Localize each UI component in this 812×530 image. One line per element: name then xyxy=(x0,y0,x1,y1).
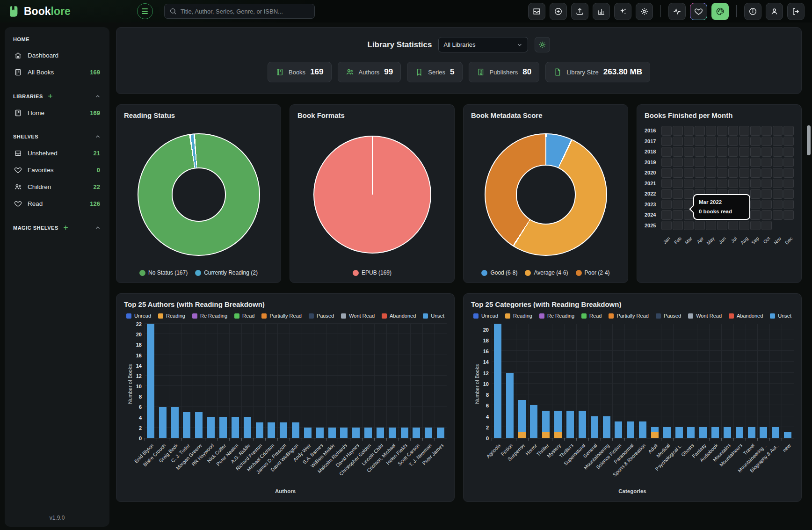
bar-adult[interactable] xyxy=(651,427,659,438)
bar-scott-carson[interactable] xyxy=(413,428,420,438)
heatmap-cell[interactable] xyxy=(761,179,772,189)
heatmap-cell[interactable] xyxy=(717,221,727,231)
activity-button[interactable] xyxy=(668,3,686,20)
bar-new[interactable] xyxy=(784,432,791,438)
heatmap-cell[interactable] xyxy=(728,147,739,157)
heatmap-cell[interactable] xyxy=(661,126,672,136)
bar-psychological-l[interactable] xyxy=(675,427,683,438)
book-formats-pie[interactable] xyxy=(313,136,431,254)
sidebar-item-unshelved[interactable]: Unshelved21 xyxy=(11,145,103,161)
favorites-button[interactable] xyxy=(690,3,707,20)
bar-t-j-newman[interactable] xyxy=(425,428,432,438)
heatmap-cell[interactable] xyxy=(673,179,683,189)
info-button[interactable] xyxy=(744,3,761,20)
heatmap-cell[interactable] xyxy=(773,126,783,136)
legend-item-wont-read[interactable]: Wont Read xyxy=(341,313,375,319)
heatmap-cell[interactable] xyxy=(684,158,694,167)
bar-thrillers[interactable] xyxy=(566,411,574,438)
heatmap-cell[interactable] xyxy=(695,179,705,189)
heatmap-cell[interactable] xyxy=(717,168,727,178)
bar-paranormal[interactable] xyxy=(627,421,634,438)
heatmap-cell[interactable] xyxy=(684,147,694,157)
heatmap-cell[interactable] xyxy=(717,179,727,189)
heatmap-cell[interactable] xyxy=(728,168,739,178)
heatmap-cell[interactable] xyxy=(673,221,683,231)
heatmap-cell[interactable] xyxy=(739,221,749,231)
legend-item-paused[interactable]: Paused xyxy=(656,313,681,319)
heatmap-cell[interactable] xyxy=(673,200,683,210)
bar-general[interactable] xyxy=(591,416,598,438)
heatmap-cell[interactable] xyxy=(695,168,705,178)
bar-c-j-tudor[interactable] xyxy=(183,412,190,438)
heatmap-cell[interactable] xyxy=(684,179,694,189)
heatmap-cell[interactable] xyxy=(739,126,749,136)
bar-ghosts[interactable] xyxy=(687,427,695,438)
bar-mountaineers[interactable] xyxy=(736,427,743,438)
magic-button[interactable] xyxy=(614,3,631,20)
legend-item-unread[interactable]: Unread xyxy=(126,313,151,319)
heatmap-cell[interactable] xyxy=(761,126,772,136)
heatmap-cell[interactable] xyxy=(750,137,761,146)
heatmap-cell[interactable] xyxy=(673,168,683,178)
legend-item-read[interactable]: Read xyxy=(234,313,254,319)
legend-item-re-reading[interactable]: Re Reading xyxy=(539,313,574,319)
legend-item-currently-reading-2[interactable]: Currently Reading (2) xyxy=(195,269,258,276)
chevron-up-icon[interactable] xyxy=(94,133,101,140)
heatmap-cell[interactable] xyxy=(684,137,694,146)
legend-item-wont-read[interactable]: Wont Read xyxy=(688,313,722,319)
bar-mountaineering[interactable] xyxy=(760,427,767,438)
legend-item-abandoned[interactable]: Abandoned xyxy=(382,313,416,319)
heatmap-cell[interactable] xyxy=(761,158,772,167)
book-metadata-score-pie[interactable] xyxy=(485,133,607,256)
heatmap-cell[interactable] xyxy=(761,210,772,220)
hamburger-menu-button[interactable] xyxy=(137,3,153,19)
bar-andy-weir[interactable] xyxy=(304,428,312,438)
heatmap-cell[interactable] xyxy=(684,221,694,231)
bar-peter-nealen[interactable] xyxy=(232,417,239,438)
bar-peter-james[interactable] xyxy=(437,428,444,438)
heatmap-cell[interactable] xyxy=(695,147,705,157)
heatmap-cell[interactable] xyxy=(773,168,783,178)
heatmap-cell[interactable] xyxy=(750,189,761,199)
heatmap-cell[interactable] xyxy=(695,137,705,146)
bar-nick-cutter[interactable] xyxy=(219,417,227,438)
heatmap-cell[interactable] xyxy=(717,147,727,157)
heatmap-cell[interactable] xyxy=(739,137,749,146)
heatmap-cell[interactable] xyxy=(773,158,783,167)
bar-travel[interactable] xyxy=(748,427,755,438)
legend-item-read[interactable]: Read xyxy=(581,313,602,319)
bar-helen-fields[interactable] xyxy=(401,428,408,438)
heatmap-cell[interactable] xyxy=(695,221,705,231)
heatmap-cell[interactable] xyxy=(761,200,772,210)
heatmap-cell[interactable] xyxy=(661,179,672,189)
heatmap-cell[interactable] xyxy=(783,126,794,136)
heatmap-cell[interactable] xyxy=(684,126,694,136)
add-libraries-button[interactable] xyxy=(47,93,54,100)
legend-item-abandoned[interactable]: Abandoned xyxy=(729,313,763,319)
heatmap-cell[interactable] xyxy=(717,158,727,167)
bar-david-wellington[interactable] xyxy=(292,422,299,438)
bar-mystery[interactable] xyxy=(554,411,562,438)
heatmap-cell[interactable] xyxy=(706,158,716,167)
bar-science-fiction[interactable] xyxy=(615,421,622,438)
add-magic-shelves-button[interactable] xyxy=(62,224,69,231)
heatmap-cell[interactable] xyxy=(750,147,761,157)
legend-item-unread[interactable]: Unread xyxy=(473,313,498,319)
heatmap-cell[interactable] xyxy=(750,200,761,210)
heatmap-cell[interactable] xyxy=(661,189,672,199)
legend-item-partially-read[interactable]: Partially Read xyxy=(261,313,301,319)
heatmap-cell[interactable] xyxy=(773,189,783,199)
heatmap-cell[interactable] xyxy=(706,137,716,146)
legend-item-unset[interactable]: Unset xyxy=(770,313,791,319)
bar-james-d-prescott[interactable] xyxy=(280,422,287,438)
heatmap-cell[interactable] xyxy=(761,189,772,199)
settings-button[interactable] xyxy=(636,3,653,20)
legend-item-reading[interactable]: Reading xyxy=(158,313,185,319)
heatmap-cell[interactable] xyxy=(728,137,739,146)
library-filter-select[interactable]: All Libraries xyxy=(438,37,528,52)
bar-supernatural[interactable] xyxy=(579,411,586,438)
heatmap-cell[interactable] xyxy=(739,179,749,189)
bar-rr-haywood[interactable] xyxy=(207,417,215,438)
heatmap-cell[interactable] xyxy=(661,158,672,167)
heatmap-cell[interactable] xyxy=(773,210,783,220)
